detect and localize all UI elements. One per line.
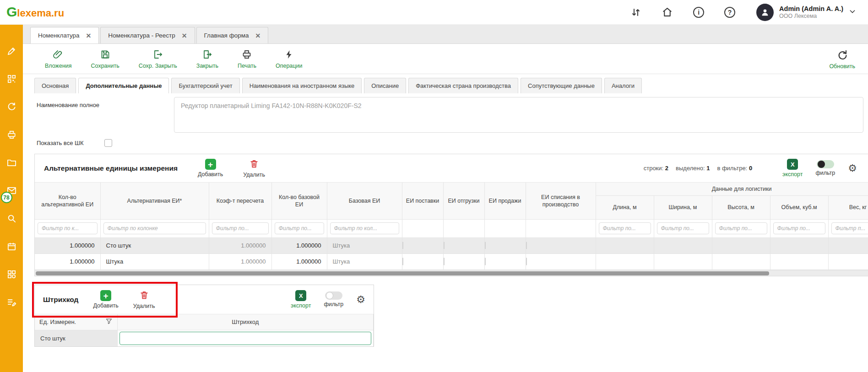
search-icon[interactable] bbox=[6, 213, 17, 224]
col-header[interactable]: ЕИ списания в производство bbox=[526, 183, 596, 219]
col-header[interactable]: Альтернативная ЕИ* bbox=[100, 183, 209, 219]
alt-units-stats: строки: 2 выделено: 1 в фильтре: 0 bbox=[644, 165, 752, 172]
row-checkbox[interactable] bbox=[402, 242, 403, 249]
print-queue-icon[interactable] bbox=[6, 129, 17, 140]
close-icon[interactable]: ✕ bbox=[255, 32, 261, 39]
tab-osnovnaya[interactable]: Основная bbox=[34, 78, 76, 93]
col-header[interactable]: Коэф-т пересчета bbox=[209, 183, 271, 219]
scrollbar-thumb[interactable] bbox=[36, 271, 769, 275]
col-header[interactable]: Объем, куб.м bbox=[770, 195, 828, 219]
alt-units-filter-toggle[interactable]: фильтр bbox=[815, 160, 835, 176]
column-filter-input[interactable] bbox=[773, 222, 825, 234]
close-icon[interactable]: ✕ bbox=[182, 32, 187, 39]
user-menu[interactable]: Admin (Admin A. A.) ООО Лексема bbox=[756, 4, 856, 21]
table-row[interactable]: 1.000000 Сто штук 1.000000 1.000000 Штук… bbox=[35, 237, 868, 253]
row-checkbox[interactable] bbox=[485, 258, 486, 265]
column-filter-input[interactable] bbox=[831, 222, 868, 234]
col-header[interactable]: ЕИ продажи bbox=[484, 183, 526, 219]
barcode-add-button[interactable]: + Добавить bbox=[93, 290, 118, 309]
alt-units-delete-button[interactable]: Удалить bbox=[243, 159, 265, 178]
tab-soputstvuyushchie[interactable]: Сопутствующие данные bbox=[521, 78, 602, 93]
column-filter-input[interactable] bbox=[657, 222, 709, 234]
column-filter-input[interactable] bbox=[212, 222, 269, 234]
tab-buhgalterskiy-uchet[interactable]: Бухгалтерский учет bbox=[171, 78, 239, 93]
app-grid-icon[interactable] bbox=[6, 269, 17, 280]
barcode-export-button[interactable]: X экспорт bbox=[291, 290, 311, 309]
col-header[interactable]: Высота, м bbox=[712, 195, 770, 219]
col-header[interactable]: ЕИ отгрузки bbox=[443, 183, 484, 219]
refresh-icon bbox=[836, 49, 848, 62]
attachments-button[interactable]: Вложения bbox=[45, 49, 72, 69]
home-icon[interactable] bbox=[662, 6, 673, 18]
chevron-down-icon[interactable] bbox=[849, 8, 856, 16]
help-icon[interactable]: ? bbox=[724, 7, 735, 18]
col-header[interactable]: Ширина, м bbox=[654, 195, 712, 219]
row-checkbox[interactable] bbox=[402, 258, 403, 265]
filter-toggle-icon bbox=[325, 291, 342, 300]
horizontal-scrollbar[interactable] bbox=[35, 270, 868, 276]
column-filter-input[interactable] bbox=[715, 222, 767, 234]
export-label: экспорт bbox=[782, 171, 803, 178]
col-header[interactable]: Кол-во базовой ЕИ bbox=[271, 183, 327, 219]
tab-dopolnitelnye-dannye[interactable]: Дополнительные данные bbox=[78, 78, 169, 93]
print-button[interactable]: Печать bbox=[238, 49, 256, 69]
lexema-logo[interactable]: Glexema.ru bbox=[6, 5, 64, 19]
toolbar: Вложения Сохранить Сохр. Закрыть Закрыть… bbox=[23, 44, 868, 74]
sync-icon[interactable] bbox=[6, 102, 17, 112]
qr-code-icon[interactable] bbox=[6, 74, 17, 84]
pencil-icon[interactable] bbox=[6, 46, 17, 56]
col-header[interactable]: ЕИ поставки bbox=[402, 183, 443, 219]
refresh-button[interactable]: Обновить bbox=[829, 49, 855, 70]
table-row[interactable]: 1.000000 Штука 1.000000 1.000000 Штука bbox=[35, 253, 868, 270]
column-filter-input[interactable] bbox=[599, 222, 651, 234]
alt-units-export-button[interactable]: X экспорт bbox=[782, 159, 803, 178]
column-filter-input[interactable] bbox=[275, 222, 324, 234]
tab-opisanie[interactable]: Описание bbox=[364, 78, 406, 93]
row-checkbox[interactable] bbox=[526, 258, 527, 265]
mail-icon[interactable]: 78 bbox=[6, 185, 17, 196]
task-list-icon[interactable] bbox=[6, 297, 17, 307]
barcode-grid: Штрихкод + Добавить Удалить X экспорт фи… bbox=[34, 285, 374, 347]
window-tab-glavnaya-forma[interactable]: Главная форма ✕ bbox=[196, 27, 269, 43]
barcode-filter-toggle[interactable]: фильтр bbox=[324, 291, 343, 307]
window-tab-nomenklatura[interactable]: Номенклатура ✕ bbox=[30, 27, 99, 43]
barcode-input[interactable] bbox=[119, 332, 372, 345]
window-tab-nomenklatura-reestr[interactable]: Номенклатура - Реестр ✕ bbox=[100, 27, 195, 43]
table-row[interactable]: Сто штук bbox=[35, 330, 374, 346]
col-header[interactable]: Штрихкод bbox=[117, 314, 374, 330]
folder-icon[interactable] bbox=[6, 157, 17, 168]
tab-naimenovaniya-inostran[interactable]: Наименования на иностранном языке bbox=[242, 78, 362, 93]
column-filter-input[interactable] bbox=[330, 222, 399, 234]
barcode-delete-button[interactable]: Удалить bbox=[133, 290, 155, 309]
show-all-barcodes-checkbox[interactable] bbox=[104, 139, 112, 147]
close-button[interactable]: Закрыть bbox=[196, 49, 218, 69]
save-close-button[interactable]: Сохр. Закрыть bbox=[139, 49, 177, 69]
filter-label: фильтр bbox=[324, 301, 343, 307]
calendar-icon[interactable] bbox=[6, 241, 17, 252]
tab-analogi[interactable]: Аналоги bbox=[604, 78, 642, 93]
gear-icon[interactable]: ⚙ bbox=[848, 163, 857, 173]
col-header[interactable]: Вес, кг bbox=[828, 195, 868, 219]
gear-icon[interactable]: ⚙ bbox=[356, 295, 365, 305]
plus-icon: + bbox=[205, 159, 216, 170]
col-header[interactable]: Базовая ЕИ bbox=[327, 183, 402, 219]
add-label: Добавить bbox=[93, 302, 118, 309]
layout-switch-icon[interactable] bbox=[630, 7, 641, 18]
col-header[interactable]: Длина, м bbox=[596, 195, 654, 219]
row-checkbox[interactable] bbox=[444, 242, 445, 249]
alt-units-add-button[interactable]: + Добавить bbox=[198, 159, 223, 178]
col-header[interactable]: Кол-во альтернативной ЕИ bbox=[35, 183, 100, 219]
row-checkbox[interactable] bbox=[444, 258, 445, 265]
column-filter-input[interactable] bbox=[103, 222, 206, 234]
save-button[interactable]: Сохранить bbox=[91, 49, 119, 69]
col-header[interactable]: Ед. Измерен. bbox=[39, 318, 76, 325]
column-filter-input[interactable] bbox=[38, 222, 98, 234]
operations-button[interactable]: Операции bbox=[276, 49, 302, 69]
full-name-input[interactable]: Редуктор планетарный Liming FA142-10N-R8… bbox=[174, 97, 863, 133]
filter-funnel-icon[interactable] bbox=[105, 318, 113, 326]
row-checkbox[interactable] bbox=[526, 242, 527, 249]
tab-fakticheskaya-strana[interactable]: Фактическая страна производства bbox=[408, 78, 518, 93]
info-icon[interactable]: i bbox=[693, 7, 704, 18]
close-icon[interactable]: ✕ bbox=[86, 32, 92, 39]
row-checkbox[interactable] bbox=[485, 242, 486, 249]
